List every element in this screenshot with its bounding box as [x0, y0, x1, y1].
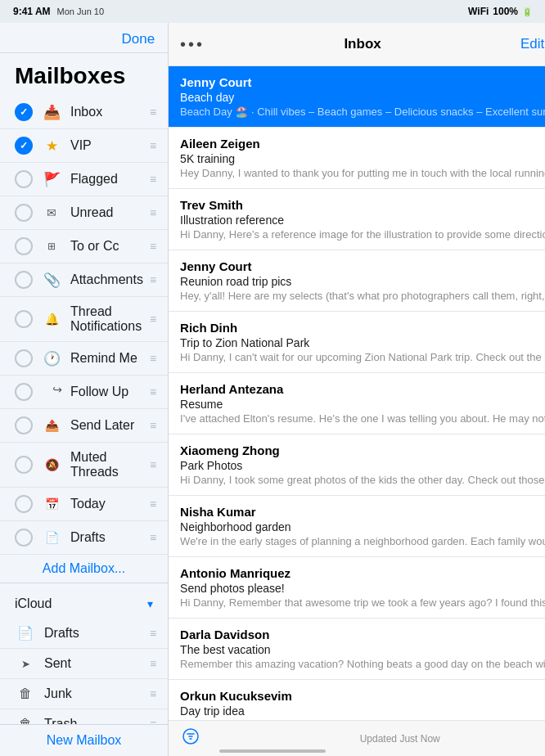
- inbox-title: Inbox: [344, 36, 381, 52]
- icloud-drafts-drag: ≡: [150, 627, 156, 640]
- add-mailbox-button[interactable]: Add Mailbox...: [0, 555, 168, 583]
- drafts-icon: 📄: [41, 529, 62, 547]
- done-button[interactable]: Done: [121, 31, 155, 47]
- follow-up-label: Follow Up: [70, 385, 143, 399]
- email-list: Jenny Court 5/5/24 Beach day Beach Day 🏖…: [169, 66, 545, 720]
- email-item-4[interactable]: Jenny Court 5/2/24 Reunion road trip pic…: [169, 250, 545, 312]
- remind-me-drag-handle: ≡: [150, 352, 156, 365]
- sidebar-item-unread[interactable]: ✉ Unread ≡: [0, 196, 168, 230]
- sidebar-item-muted-threads[interactable]: 🔕 Muted Threads ≡: [0, 443, 168, 488]
- icloud-junk-drag: ≡: [150, 687, 156, 700]
- right-panel: ••• Inbox Edit: [169, 23, 545, 756]
- email-item-1[interactable]: Jenny Court 5/5/24 Beach day Beach Day 🏖…: [169, 66, 545, 128]
- sidebar-item-drafts[interactable]: 📄 Drafts ≡: [0, 521, 168, 555]
- email-sender-10: Darla Davidson: [180, 628, 545, 641]
- battery-icon: 100%: [493, 6, 518, 17]
- email-subject-10: The best vacation: [180, 643, 545, 656]
- icloud-sent-icon: ➤: [15, 658, 36, 670]
- follow-up-check: [15, 383, 33, 401]
- main-layout: Done Mailboxes 📥 Inbox ≡ ★ VIP ≡: [0, 23, 545, 756]
- edit-button[interactable]: Edit: [520, 36, 544, 52]
- email-sender-5: Rich Dinh: [180, 321, 545, 335]
- to-or-cc-check: [15, 237, 33, 255]
- icloud-drafts-icon: 📄: [15, 625, 36, 641]
- email-subject-4: Reunion road trip pics: [180, 275, 545, 288]
- inbox-icon: 📥: [41, 103, 62, 121]
- sidebar-item-to-or-cc[interactable]: ⊞ To or Cc ≡: [0, 230, 168, 263]
- inbox-check: [15, 103, 33, 121]
- email-subject-6: Resume: [180, 398, 545, 411]
- sidebar-item-follow-up[interactable]: ↩ Follow Up ≡: [0, 376, 168, 409]
- sidebar-item-remind-me[interactable]: 🕐 Remind Me ≡: [0, 342, 168, 376]
- email-sender-8: Nisha Kumar: [180, 505, 545, 519]
- email-sender-1: Jenny Court: [180, 75, 545, 89]
- email-item-11[interactable]: Orkun Kucuksevim 4/15/24 Day trip idea H…: [169, 680, 545, 720]
- email-preview-3: Hi Danny, Here's a reference image for t…: [180, 228, 545, 241]
- icloud-section: iCloud ▾ 📄 Drafts ≡ ➤ Sent ≡ 🗑: [0, 583, 168, 724]
- muted-threads-label: Muted Threads: [70, 450, 143, 479]
- toolbar-dots-icon[interactable]: •••: [180, 35, 205, 54]
- unread-check: [15, 204, 33, 222]
- email-sender-9: Antonio Manriquez: [180, 566, 545, 580]
- email-item-7[interactable]: Xiaomeng Zhong 4/27/24 Park Photos Hi Da…: [169, 434, 545, 496]
- sidebar: Done Mailboxes 📥 Inbox ≡ ★ VIP ≡: [0, 23, 169, 756]
- email-item-3[interactable]: Trev Smith 5/3/24 Illustration reference…: [169, 189, 545, 250]
- email-subject-8: Neighborhood garden: [180, 520, 545, 533]
- drafts-check: [15, 529, 33, 547]
- today-label: Today: [70, 497, 143, 511]
- icloud-header[interactable]: iCloud ▾: [0, 590, 168, 618]
- unread-icon: ✉: [41, 204, 62, 222]
- email-item-8[interactable]: Nisha Kumar 4/27/24 Neighborhood garden …: [169, 496, 545, 557]
- email-item-9[interactable]: Antonio Manriquez 4/22/24 Send photos pl…: [169, 557, 545, 619]
- email-sender-3: Trev Smith: [180, 198, 545, 212]
- sidebar-item-inbox[interactable]: 📥 Inbox ≡: [0, 96, 168, 129]
- filter-icon[interactable]: [182, 727, 200, 749]
- email-item-5[interactable]: Rich Dinh 4/28/24 Trip to Zion National …: [169, 312, 545, 373]
- icloud-item-trash[interactable]: 🗑 Trash ≡: [0, 709, 168, 724]
- email-sender-7: Xiaomeng Zhong: [180, 443, 545, 457]
- email-preview-5: Hi Danny, I can't wait for our upcoming …: [180, 351, 545, 363]
- email-item-6[interactable]: Herland Antezana 4/28/24 Resume I've att…: [169, 373, 545, 434]
- drafts-drag-handle: ≡: [150, 531, 156, 544]
- sidebar-item-attachments[interactable]: 📎 Attachments ≡: [0, 263, 168, 297]
- sidebar-header: Done: [0, 23, 168, 53]
- email-preview-10: Remember this amazing vacation? Nothing …: [180, 658, 545, 670]
- attachments-drag-handle: ≡: [150, 273, 156, 286]
- sidebar-item-vip[interactable]: ★ VIP ≡: [0, 129, 168, 163]
- sidebar-item-flagged[interactable]: 🚩 Flagged ≡: [0, 163, 168, 196]
- updated-status: Updated Just Now: [360, 733, 440, 745]
- toolbar-right-actions: Edit: [520, 31, 545, 57]
- icloud-sent-drag: ≡: [150, 657, 156, 670]
- to-or-cc-icon: ⊞: [41, 237, 62, 255]
- icloud-trash-drag: ≡: [150, 718, 156, 724]
- status-icons: WiFi 100% 🔋: [468, 6, 532, 17]
- icloud-item-drafts[interactable]: 📄 Drafts ≡: [0, 618, 168, 649]
- send-later-label: Send Later: [70, 418, 143, 433]
- thread-notifications-label: Thread Notifications: [70, 304, 143, 334]
- muted-threads-icon: 🔕: [41, 456, 62, 474]
- email-subject-7: Park Photos: [180, 459, 545, 472]
- sidebar-item-thread-notifications[interactable]: 🔔 Thread Notifications ≡: [0, 297, 168, 342]
- email-item-2[interactable]: Aileen Zeigen 5/4/24 5K training Hey Dan…: [169, 128, 545, 189]
- muted-threads-drag-handle: ≡: [150, 458, 156, 471]
- sidebar-footer: New Mailbox: [0, 724, 168, 756]
- icloud-item-sent[interactable]: ➤ Sent ≡: [0, 649, 168, 679]
- muted-threads-check: [15, 456, 33, 474]
- sidebar-item-send-later[interactable]: 📤 Send Later ≡: [0, 409, 168, 443]
- sidebar-item-today[interactable]: 📅 Today ≡: [0, 488, 168, 521]
- email-sender-6: Herland Antezana: [180, 382, 545, 396]
- new-mailbox-button[interactable]: New Mailbox: [47, 733, 122, 748]
- icloud-sent-label: Sent: [44, 656, 150, 671]
- remind-me-label: Remind Me: [70, 351, 143, 366]
- inbox-drag-handle: ≡: [150, 106, 156, 119]
- email-preview-1: Beach Day 🏖️ · Chill vibes – Beach games…: [180, 106, 545, 118]
- icloud-item-junk[interactable]: 🗑 Junk ≡: [0, 679, 168, 709]
- attachments-label: Attachments: [70, 272, 143, 287]
- vip-label: VIP: [70, 138, 143, 153]
- email-preview-2: Hey Danny, I wanted to thank you for put…: [180, 167, 545, 179]
- email-item-10[interactable]: Darla Davidson 4/17/24 The best vacation…: [169, 619, 545, 680]
- attachments-icon: 📎: [41, 271, 62, 289]
- email-preview-4: Hey, y'all! Here are my selects (that's …: [180, 290, 545, 302]
- email-subject-11: Day trip idea: [180, 704, 545, 718]
- icloud-chevron-icon: ▾: [147, 597, 153, 610]
